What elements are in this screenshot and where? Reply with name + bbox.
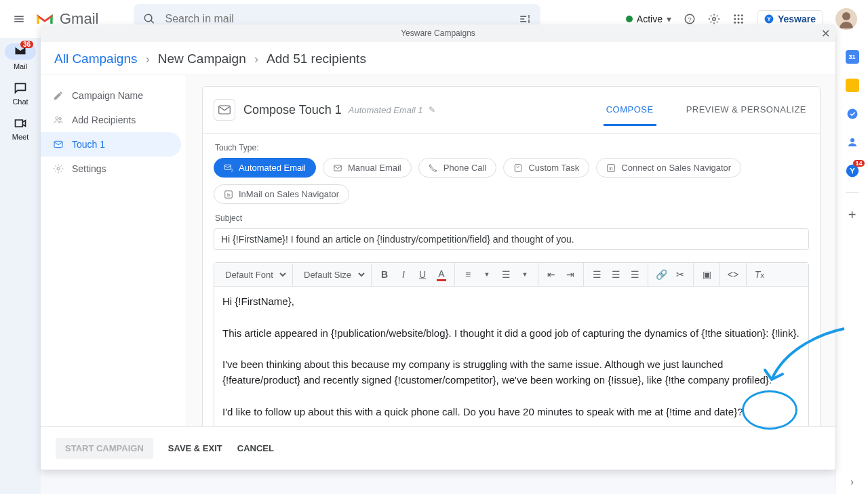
touch-type-group: Automated Email Manual Email Phone Call [214, 158, 809, 204]
add-addon-icon[interactable]: + [846, 208, 859, 222]
align-center-icon[interactable]: ☰ [607, 266, 625, 283]
type-manual-email[interactable]: Manual Email [323, 158, 412, 178]
cancel-button[interactable]: CANCEL [237, 438, 274, 459]
compose-title: Compose Touch 1 [243, 103, 342, 117]
font-select[interactable]: Default Font [218, 266, 288, 283]
envelope-icon [333, 163, 342, 173]
calendar-icon[interactable]: 31 [846, 50, 859, 64]
svg-rect-27 [515, 164, 521, 171]
breadcrumb-new[interactable]: New Campaign [158, 52, 246, 66]
type-automated-email[interactable]: Automated Email [214, 158, 316, 178]
close-icon[interactable]: ✕ [821, 27, 830, 40]
bold-icon[interactable]: B [376, 266, 393, 283]
editor-body[interactable]: Hi {!FirstName}, This article appeared i… [214, 287, 808, 426]
rail-chat[interactable]: Chat [12, 81, 28, 106]
italic-icon[interactable]: I [395, 266, 412, 283]
envelope-icon [214, 99, 235, 121]
modal-footer: START CAMPAIGN SAVE & EXIT CANCEL [41, 426, 835, 470]
svg-point-17 [850, 138, 854, 142]
body-line: I've been thinking about this because my… [222, 356, 800, 388]
envelope-send-icon [224, 163, 233, 173]
image-icon[interactable]: ▣ [698, 266, 715, 283]
svg-point-15 [842, 12, 850, 20]
save-exit-button[interactable]: SAVE & EXIT [168, 438, 222, 459]
svg-point-5 [741, 14, 743, 16]
rail-mail-label: Mail [14, 62, 27, 70]
yesware-text: Yesware [778, 14, 816, 24]
editor-toolbar: Default Font Default Size B I U A ≡ ▼ [214, 263, 808, 287]
body-line: This article appeared in {!publication/w… [222, 325, 800, 341]
subject-label: Subject [215, 213, 809, 223]
chevron-down-icon[interactable]: ▼ [516, 266, 534, 283]
svg-point-21 [59, 117, 61, 119]
rail-mail[interactable]: 36 Mail [5, 43, 36, 70]
align-left-icon[interactable]: ☰ [588, 266, 606, 283]
main-menu-icon[interactable] [11, 11, 27, 27]
indent-icon[interactable]: ⇥ [561, 266, 579, 283]
keep-icon[interactable] [846, 79, 859, 92]
sidebar-touch-1[interactable]: Touch 1 [41, 132, 181, 157]
contacts-icon[interactable] [846, 136, 859, 149]
start-campaign-button[interactable]: START CAMPAIGN [56, 438, 153, 459]
status-dot-icon [626, 16, 633, 22]
status-chip[interactable]: Active ▾ [626, 14, 671, 24]
help-icon[interactable]: ? [684, 13, 696, 25]
status-label: Active [637, 14, 663, 24]
unordered-list-icon[interactable]: ☰ [497, 266, 515, 283]
profile-avatar[interactable] [835, 8, 857, 30]
gmail-left-rail: 36 Mail Chat Meet [0, 38, 41, 494]
svg-point-8 [741, 18, 743, 20]
tab-compose[interactable]: COMPOSE [604, 94, 656, 126]
ordered-list-icon[interactable]: ≡ [459, 266, 477, 283]
type-inmail-navigator[interactable]: in InMail on Sales Navigator [214, 184, 349, 204]
code-icon[interactable]: <> [724, 266, 742, 283]
text-color-icon[interactable]: A [433, 266, 450, 283]
svg-point-20 [56, 117, 58, 119]
breadcrumb-recipients[interactable]: Add 51 recipients [267, 52, 366, 66]
chevron-down-icon[interactable]: ▼ [478, 266, 496, 283]
unlink-icon[interactable]: ✂ [671, 266, 689, 283]
pencil-icon [53, 90, 64, 101]
sidebar-add-recipients[interactable]: Add Recipients [41, 108, 186, 132]
svg-point-7 [737, 18, 739, 20]
type-phone-call[interactable]: Phone Call [418, 158, 497, 178]
sidebar-label: Settings [72, 163, 106, 174]
chevron-right-icon: › [254, 52, 258, 66]
apps-icon[interactable] [732, 13, 745, 25]
svg-text:in: in [610, 165, 613, 170]
breadcrumb-all[interactable]: All Campaigns [54, 52, 138, 66]
align-right-icon[interactable]: ☰ [626, 266, 644, 283]
yesware-modal: Yesware Campaigns ✕ All Campaigns › New … [41, 24, 835, 470]
clear-format-icon[interactable]: Tx [751, 266, 768, 283]
linkedin-icon: in [606, 163, 616, 173]
search-icon [143, 13, 155, 25]
edit-name-icon[interactable]: ✎ [429, 105, 435, 115]
meet-icon [14, 117, 27, 130]
yesware-sidebar-icon[interactable]: Y 14 [846, 164, 859, 178]
sidebar-settings[interactable]: Settings [41, 157, 186, 181]
search-input[interactable] [165, 13, 509, 25]
modal-title: Yesware Campaigns [401, 28, 475, 38]
svg-point-10 [737, 22, 739, 24]
search-options-icon[interactable] [519, 13, 531, 25]
link-icon[interactable]: 🔗 [652, 266, 670, 283]
touch-type-label: Touch Type: [215, 143, 809, 152]
type-connect-navigator[interactable]: in Connect on Sales Navigator [596, 158, 741, 178]
compose-main: Compose Touch 1 Automated Email 1 ✎ COMP… [187, 75, 835, 426]
tab-preview[interactable]: PREVIEW & PERSONALIZE [684, 94, 809, 126]
outdent-icon[interactable]: ⇤ [542, 266, 560, 283]
rail-meet[interactable]: Meet [12, 117, 28, 141]
tasks-icon[interactable] [846, 107, 859, 121]
underline-icon[interactable]: U [414, 266, 431, 283]
gmail-right-rail: 31 Y 14 + › [835, 38, 868, 494]
sidebar-campaign-name[interactable]: Campaign Name [41, 83, 186, 108]
type-custom-task[interactable]: Custom Task [503, 158, 589, 178]
svg-text:Y: Y [767, 16, 771, 22]
settings-icon[interactable] [708, 13, 720, 25]
right-rail-collapse-icon[interactable]: › [850, 476, 854, 494]
size-select[interactable]: Default Size [297, 266, 367, 283]
mail-badge: 36 [20, 41, 33, 48]
svg-point-6 [734, 18, 736, 20]
breadcrumb: All Campaigns › New Campaign › Add 51 re… [41, 42, 835, 75]
subject-input[interactable] [214, 228, 809, 250]
